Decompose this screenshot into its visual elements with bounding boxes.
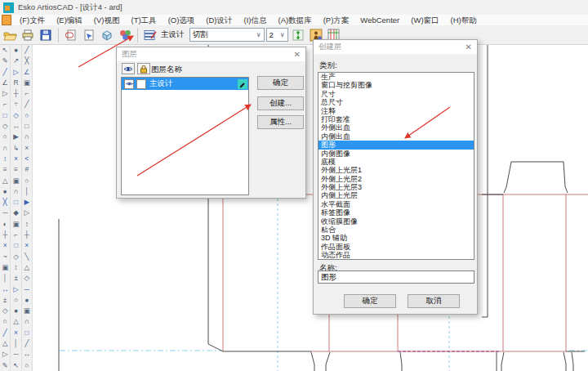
tool-icon[interactable]: ↕ bbox=[0, 154, 10, 164]
category-item[interactable]: 总尺寸 bbox=[318, 98, 474, 106]
tool-icon[interactable]: □ bbox=[22, 121, 32, 132]
category-item[interactable]: 内侧出血 bbox=[318, 132, 474, 141]
tool-icon[interactable]: ✎ bbox=[0, 56, 10, 66]
layer-row[interactable]: 主设计 bbox=[122, 78, 248, 90]
category-item[interactable]: 窗口与挖剪图像 bbox=[318, 81, 474, 89]
layers-dialog-titlebar[interactable]: 图层 ✕ bbox=[117, 47, 305, 61]
menu-item[interactable]: (A)数据库 bbox=[273, 15, 318, 25]
tool-icon[interactable]: ↔ bbox=[22, 349, 32, 360]
tool-icon[interactable]: │ bbox=[22, 186, 32, 197]
tool-icon[interactable]: ▷ bbox=[11, 67, 20, 78]
tool-icon[interactable]: ∩ bbox=[22, 316, 32, 327]
tool-icon[interactable]: ◇ bbox=[11, 110, 20, 121]
ok-button[interactable]: 确定 bbox=[344, 294, 396, 308]
tool-icon[interactable]: ⌐ bbox=[0, 99, 10, 110]
category-item[interactable]: 作品面板 bbox=[318, 243, 474, 251]
tool-icon[interactable]: ◆ bbox=[11, 208, 20, 218]
category-item[interactable]: 注释 bbox=[318, 107, 474, 115]
tool-icon[interactable]: ▣ bbox=[11, 219, 20, 230]
close-icon[interactable]: ✕ bbox=[294, 51, 301, 59]
category-item[interactable]: 标签图像 bbox=[318, 208, 474, 217]
tool-icon[interactable]: ▷ bbox=[0, 349, 10, 360]
tool-icon[interactable]: ● bbox=[11, 45, 20, 56]
cancel-button[interactable]: 取消 bbox=[408, 294, 460, 308]
tool-icon[interactable]: ▣ bbox=[0, 262, 10, 273]
tool-icon[interactable]: ± bbox=[0, 295, 10, 306]
tool-icon[interactable]: ↔ bbox=[11, 121, 20, 132]
layers-icon[interactable] bbox=[142, 27, 158, 43]
tool-icon[interactable]: ▶ bbox=[11, 132, 20, 142]
tool-icon[interactable]: ✎ bbox=[0, 360, 10, 371]
tool-icon[interactable]: ◇ bbox=[22, 273, 32, 284]
menu-item[interactable]: (D)设计 bbox=[200, 15, 238, 25]
category-item[interactable]: 外侧上光层3 bbox=[318, 183, 474, 191]
category-item[interactable]: 粘合 bbox=[318, 226, 474, 234]
menu-item[interactable]: (V)视图 bbox=[88, 15, 126, 25]
tool-icon[interactable]: ◇ bbox=[0, 306, 10, 316]
tool-icon[interactable]: ▣ bbox=[11, 176, 20, 186]
tool-icon[interactable]: ○ bbox=[22, 110, 32, 121]
tool-icon[interactable]: ◐ bbox=[0, 219, 10, 230]
menu-item[interactable]: (W)窗口 bbox=[405, 15, 444, 25]
properties-icon[interactable] bbox=[63, 27, 79, 43]
tool-icon[interactable]: ○ bbox=[0, 316, 10, 327]
tool-icon[interactable]: ─ bbox=[11, 349, 20, 360]
menu-item[interactable]: (T)工具 bbox=[125, 15, 162, 25]
tool-icon[interactable]: □ bbox=[11, 240, 20, 251]
category-item[interactable]: 外侧出血 bbox=[318, 123, 474, 132]
tool-icon[interactable]: ↕ bbox=[22, 219, 32, 230]
tool-icon[interactable]: ◇ bbox=[11, 252, 20, 262]
tool-icon[interactable]: ╳ bbox=[0, 197, 10, 208]
category-item[interactable]: 外侧上光层1 bbox=[318, 166, 474, 174]
tool-icon[interactable]: < bbox=[22, 154, 32, 164]
pointage-select[interactable]: 2∨ bbox=[266, 28, 288, 42]
edit-pencil-icon[interactable] bbox=[238, 79, 247, 89]
tool-icon[interactable]: ↕ bbox=[11, 262, 20, 273]
tool-icon[interactable]: ● bbox=[0, 186, 10, 197]
visibility-checkbox[interactable] bbox=[124, 79, 134, 89]
scale-to-fit-icon[interactable] bbox=[290, 27, 306, 43]
tool-icon[interactable]: │ bbox=[11, 338, 20, 349]
graphics-colors-icon[interactable] bbox=[117, 27, 133, 43]
tool-icon[interactable]: ┼ bbox=[0, 230, 10, 240]
tool-icon[interactable]: □ bbox=[11, 197, 20, 208]
tool-icon[interactable]: ▷ bbox=[22, 208, 32, 218]
category-item[interactable]: 图形 bbox=[318, 141, 474, 149]
tool-icon[interactable]: ◇ bbox=[0, 121, 10, 132]
tool-icon[interactable]: ↳ bbox=[11, 143, 20, 154]
tool-icon[interactable]: ╱ bbox=[22, 338, 32, 349]
export-design-icon[interactable] bbox=[81, 27, 97, 43]
tool-icon[interactable]: × bbox=[22, 143, 32, 154]
menu-item[interactable]: (I)信息 bbox=[238, 15, 273, 25]
tool-icon[interactable]: ∩ bbox=[11, 186, 20, 197]
category-item[interactable]: 外侧上光层2 bbox=[318, 175, 474, 183]
tool-icon[interactable]: ∩ bbox=[22, 132, 32, 142]
tool-icon[interactable]: × bbox=[0, 240, 10, 251]
tool-icon[interactable]: ○ bbox=[11, 295, 20, 306]
category-item[interactable]: 尺寸 bbox=[318, 90, 474, 98]
tool-icon[interactable]: ─ bbox=[22, 284, 32, 295]
category-item[interactable]: 底模 bbox=[318, 158, 474, 166]
tool-icon[interactable]: ─ bbox=[0, 208, 10, 218]
tool-icon[interactable]: ▷ bbox=[0, 88, 10, 99]
category-listbox[interactable]: 生产窗口与挖剪图像尺寸总尺寸注释打印套准外侧出血内侧出血图形内侧图像底模外侧上光… bbox=[318, 72, 474, 260]
tool-icon[interactable]: ∠ bbox=[0, 78, 10, 88]
tool-icon[interactable]: × bbox=[22, 240, 32, 251]
tool-icon[interactable]: ÷ bbox=[11, 99, 20, 110]
tool-icon[interactable]: × bbox=[11, 328, 20, 338]
close-icon[interactable]: ✕ bbox=[466, 43, 472, 51]
category-item[interactable]: 动态作品 bbox=[318, 251, 474, 259]
menu-item[interactable]: (H)帮助 bbox=[445, 15, 483, 25]
tool-icon[interactable]: ▶ bbox=[22, 197, 32, 208]
tool-icon[interactable]: ▷ bbox=[11, 284, 20, 295]
linetype-select[interactable]: 切割∨ bbox=[189, 28, 265, 42]
menu-item[interactable]: (F)文件 bbox=[14, 15, 51, 25]
tool-icon[interactable]: ∩ bbox=[0, 143, 10, 154]
tool-icon[interactable]: ↖ bbox=[0, 45, 10, 56]
category-item[interactable]: 内侧上光层 bbox=[318, 191, 474, 199]
tool-icon[interactable]: ╱ bbox=[22, 99, 32, 110]
tool-icon[interactable]: ⌐ bbox=[22, 88, 32, 99]
tool-icon[interactable]: △ bbox=[22, 262, 32, 273]
tool-icon[interactable]: ▣ bbox=[22, 78, 32, 88]
print-icon[interactable] bbox=[20, 27, 36, 43]
